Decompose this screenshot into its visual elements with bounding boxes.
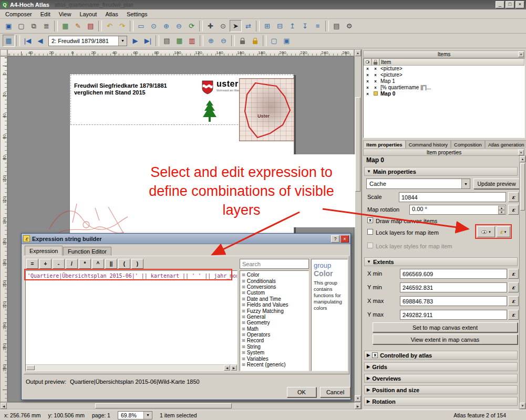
export-as-image-button[interactable]: ▦ xyxy=(59,20,71,32)
lock-checkbox[interactable] xyxy=(372,91,379,96)
tree-group-color[interactable]: ⊞Color xyxy=(240,272,308,278)
lock-checkbox[interactable]: x xyxy=(372,72,379,77)
undo-button[interactable]: ↶ xyxy=(104,20,116,32)
zoom-actual-size-button[interactable]: ⊙ xyxy=(148,20,160,32)
minimize-button[interactable]: _ xyxy=(496,1,504,8)
items-row[interactable]: xx<picture> xyxy=(364,71,524,78)
expand-icon[interactable]: ⊞ xyxy=(242,279,245,284)
export-atlas-as-pdf-button[interactable]: ▥ xyxy=(186,35,198,47)
zoom-combo[interactable]: 69.8% ▼ xyxy=(118,411,152,419)
tree-group-fields-and-values[interactable]: ⊞Fields and Values xyxy=(240,302,308,308)
tree-group-string[interactable]: ⊞String xyxy=(240,344,308,350)
visibility-checkbox[interactable]: x xyxy=(364,72,372,77)
zoom-dropdown-icon[interactable]: ▼ xyxy=(143,412,152,419)
expand-icon[interactable]: ⊞ xyxy=(242,362,245,367)
cancel-button[interactable]: Cancel xyxy=(320,387,350,397)
expand-icon[interactable]: ⊞ xyxy=(242,344,245,349)
expression-editor[interactable]: 'Quartiere|Übersichtsplan 2015-06|' || k… xyxy=(25,270,238,371)
tab-composition[interactable]: Composition xyxy=(451,140,485,148)
menu-layout[interactable]: Layout xyxy=(75,10,101,18)
lock-layer-styles-for-atlas-button[interactable] xyxy=(249,35,261,47)
toggle-items-panel-button[interactable]: ▢ xyxy=(268,35,280,47)
visibility-checkbox[interactable]: x xyxy=(364,66,372,71)
move-item-content-button[interactable]: ⇄ xyxy=(242,20,254,32)
first-feature-button[interactable]: |◀ xyxy=(22,35,34,47)
dialog-help-button[interactable]: ? xyxy=(331,235,339,243)
items-row[interactable]: xx[% quartiername ||''|... xyxy=(364,84,524,90)
lower-items-button[interactable]: ↧ xyxy=(299,20,311,32)
refresh-view-button[interactable]: ⟳ xyxy=(185,20,198,32)
operator-button[interactable]: ^ xyxy=(92,259,104,269)
composer-options-button[interactable]: ⚙ xyxy=(343,20,355,32)
tree-group-geometry[interactable]: ⊞Geometry xyxy=(240,320,308,326)
operator-button[interactable]: = xyxy=(26,259,38,269)
tab-command-history[interactable]: Command history xyxy=(406,140,451,148)
zoom-in-preview-button[interactable]: ⊕ xyxy=(205,35,217,47)
last-feature-button[interactable]: ▶| xyxy=(142,35,154,47)
expand-icon[interactable]: ⊞ xyxy=(242,285,245,289)
expand-icon[interactable]: ⊞ xyxy=(242,327,245,331)
expand-icon[interactable]: ⊞ xyxy=(242,314,245,319)
pan-composer-button[interactable]: ✚ xyxy=(204,20,216,32)
lock-checkbox[interactable]: x xyxy=(372,66,379,71)
tree-group-custom[interactable]: ⊞Custom xyxy=(240,290,308,296)
duplicate-composition-button[interactable]: ⧉ xyxy=(28,20,40,32)
uster-coat-of-arms[interactable] xyxy=(202,80,213,94)
operator-button[interactable]: / xyxy=(66,259,78,269)
canvas-vertical-scrollbar[interactable]: ▲ ▼ xyxy=(354,49,362,402)
lock-layers-expression-button[interactable]: ε ▼ xyxy=(497,226,510,237)
expand-icon[interactable]: ⊞ xyxy=(242,332,245,337)
expand-icon[interactable]: ⊞ xyxy=(242,272,245,277)
zoom-out-button[interactable]: ⊖ xyxy=(173,20,185,32)
section-main-properties[interactable]: ▼ Main properties xyxy=(364,167,518,176)
tree-group-variables[interactable]: ⊞Variables xyxy=(240,355,308,361)
search-input[interactable] xyxy=(240,259,309,269)
lock-layers-for-atlas-button[interactable] xyxy=(236,35,249,47)
tree-group-fuzzy-matching[interactable]: ⊞Fuzzy Matching xyxy=(240,308,308,313)
section-position-and-size[interactable]: ▶Position and size xyxy=(364,385,518,394)
zoom-tool-button[interactable]: ⊙ xyxy=(217,20,229,32)
close-button[interactable]: × xyxy=(515,1,524,8)
view-extent-in-map-canvas-button[interactable]: View extent in map canvas xyxy=(373,334,518,344)
xmin-input[interactable] xyxy=(400,269,507,279)
tree-group-recent-generic-[interactable]: ⊞Recent (generic) xyxy=(240,362,308,368)
page-title[interactable]: Freudwil Siegfriedkarte 1879/1881 vergli… xyxy=(74,82,167,96)
expand-icon[interactable]: ⊞ xyxy=(242,356,245,361)
next-feature-button[interactable]: ▶ xyxy=(129,35,141,47)
tree-group-system[interactable]: ⊞System xyxy=(240,350,308,355)
export-as-svg-button[interactable]: ✎ xyxy=(72,20,84,32)
section-grids[interactable]: ▶Grids xyxy=(364,362,518,371)
export-as-pdf-button[interactable]: ▤ xyxy=(85,20,97,32)
ymin-expression-button[interactable]: ε xyxy=(508,282,519,292)
ok-button[interactable]: OK xyxy=(287,387,316,397)
expand-icon[interactable]: ⊞ xyxy=(242,350,245,355)
lock-layer-styles-checkbox[interactable] xyxy=(367,243,373,248)
menu-atlas[interactable]: Atlas xyxy=(101,10,122,18)
tree-group-general[interactable]: ⊞General xyxy=(240,314,308,320)
tree-group-record[interactable]: ⊞Record xyxy=(240,338,308,343)
expression-editor-hscrollbar[interactable]: ◀ ▶ xyxy=(26,364,237,371)
redo-button[interactable]: ↷ xyxy=(116,20,128,32)
scroll-right-icon[interactable]: ▶ xyxy=(231,365,237,371)
visibility-checkbox[interactable]: x xyxy=(364,79,372,83)
align-items-button[interactable]: ≡ xyxy=(312,20,324,32)
section-overviews[interactable]: ▶Overviews xyxy=(364,374,518,383)
section-extents[interactable]: ▼ Extents xyxy=(364,257,518,266)
export-atlas-as-image-button[interactable]: ▦ xyxy=(173,35,185,47)
items-row[interactable]: xxMap 1 xyxy=(364,78,524,84)
menu-view[interactable]: View xyxy=(55,10,76,18)
operator-button[interactable]: ( xyxy=(118,259,130,269)
operator-button[interactable]: * xyxy=(79,259,91,269)
operator-button[interactable]: ) xyxy=(131,259,143,269)
tab-expression[interactable]: Expression xyxy=(25,246,63,256)
atlas-settings-button[interactable]: ▤ xyxy=(331,20,343,32)
items-row[interactable]: xx<picture> xyxy=(364,65,524,71)
section-checkbox[interactable]: x xyxy=(372,352,378,358)
atlas-feature-combo[interactable]: 2: Freudwil 1879/1881 ▼ xyxy=(48,36,127,46)
zoom-in-button[interactable]: ⊕ xyxy=(160,20,172,32)
set-to-map-canvas-extent-button[interactable]: Set to map canvas extent xyxy=(373,322,518,332)
operator-button[interactable]: || xyxy=(105,259,117,269)
lock-checkbox[interactable]: x xyxy=(372,79,379,83)
map-rotation-input[interactable]: 0.00 ° ▲▼ xyxy=(409,205,506,215)
expand-icon[interactable]: ⊞ xyxy=(242,290,245,295)
